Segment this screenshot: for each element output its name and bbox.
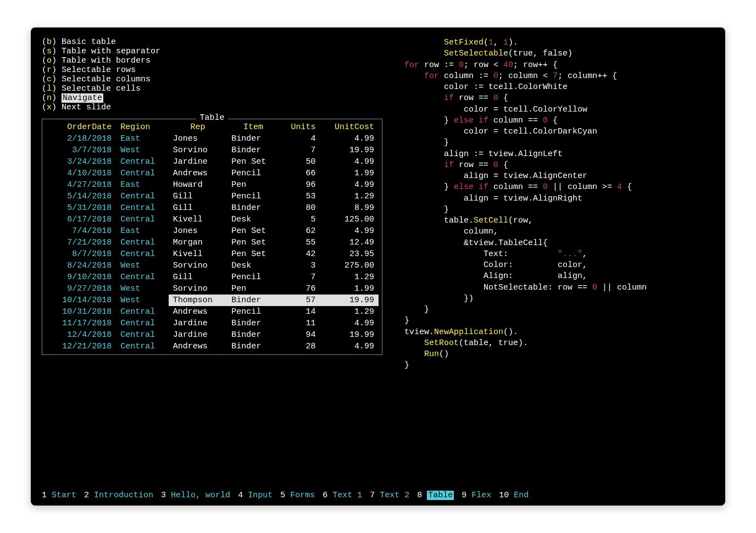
table-row[interactable]: 3/24/2018CentralJardinePen Set504.99: [46, 156, 379, 168]
table-cell[interactable]: 4.99: [320, 225, 379, 237]
menu-item-o[interactable]: (o) Table with borders: [42, 56, 382, 65]
nav-item-flex[interactable]: 9 Flex: [462, 491, 491, 500]
table-cell[interactable]: 1.99: [320, 283, 379, 295]
table-cell[interactable]: 7: [280, 271, 320, 283]
data-table[interactable]: OrderDateRegionRepItemUnitsUnitCost2/18/…: [46, 121, 379, 352]
table-cell[interactable]: 275.00: [320, 260, 379, 271]
table-cell[interactable]: Kivell: [169, 214, 227, 225]
table-cell[interactable]: 94: [280, 329, 320, 341]
table-cell[interactable]: Binder: [227, 318, 280, 329]
table-cell[interactable]: Central: [116, 271, 169, 283]
nav-item-introduction[interactable]: 2 Introduction: [84, 491, 153, 500]
table-cell[interactable]: Central: [116, 341, 169, 352]
table-cell[interactable]: Morgan: [169, 237, 227, 248]
table-cell[interactable]: 125.00: [320, 214, 379, 225]
menu-item-b[interactable]: (b) Basic table: [42, 37, 382, 47]
table-row[interactable]: 11/17/2018CentralJardineBinder114.99: [46, 318, 379, 329]
table-cell[interactable]: Thompson: [169, 295, 227, 306]
table-cell[interactable]: Pen Set: [227, 156, 280, 168]
table-cell[interactable]: 4/27/2018: [46, 179, 116, 191]
table-cell[interactable]: Central: [116, 329, 169, 341]
table-row[interactable]: 4/10/2018CentralAndrewsPencil661.99: [46, 168, 379, 179]
table-cell[interactable]: Central: [116, 191, 169, 202]
table-cell[interactable]: 1.29: [320, 271, 379, 283]
table-row[interactable]: 4/27/2018EastHowardPen964.99: [46, 179, 379, 191]
table-cell[interactable]: 19.99: [320, 145, 379, 156]
table-options-menu[interactable]: (b) Basic table(s) Table with separator(…: [42, 37, 382, 112]
table-cell[interactable]: 8/24/2018: [46, 260, 116, 271]
table-cell[interactable]: 55: [280, 237, 320, 248]
table-cell[interactable]: 6/17/2018: [46, 214, 116, 225]
table-cell[interactable]: Pencil: [227, 191, 280, 202]
table-row[interactable]: 12/4/2018CentralJardineBinder9419.99: [46, 329, 379, 341]
table-cell[interactable]: East: [116, 225, 169, 237]
table-cell[interactable]: 7/21/2018: [46, 237, 116, 248]
table-cell[interactable]: Binder: [227, 295, 280, 306]
table-cell[interactable]: 19.99: [320, 329, 379, 341]
table-cell[interactable]: 10/31/2018: [46, 306, 116, 318]
table-cell[interactable]: East: [116, 133, 169, 145]
table-cell[interactable]: Jones: [169, 225, 227, 237]
table-row[interactable]: 5/14/2018CentralGillPencil531.29: [46, 191, 379, 202]
table-cell[interactable]: Binder: [227, 341, 280, 352]
table-cell[interactable]: Jardine: [169, 329, 227, 341]
table-cell[interactable]: Desk: [227, 214, 280, 225]
table-cell[interactable]: Central: [116, 248, 169, 260]
table-cell[interactable]: Howard: [169, 179, 227, 191]
table-cell[interactable]: 3: [280, 260, 320, 271]
table-cell[interactable]: Pen: [227, 179, 280, 191]
table-cell[interactable]: Sorvino: [169, 145, 227, 156]
table-cell[interactable]: 12/4/2018: [46, 329, 116, 341]
table-cell[interactable]: Desk: [227, 260, 280, 271]
table-cell[interactable]: 12.49: [320, 237, 379, 248]
table-row[interactable]: 5/31/2018CentralGillBinder808.99: [46, 202, 379, 214]
table-cell[interactable]: 4: [280, 133, 320, 145]
table-cell[interactable]: Andrews: [169, 168, 227, 179]
menu-item-s[interactable]: (s) Table with separator: [42, 47, 382, 56]
table-cell[interactable]: 28: [280, 341, 320, 352]
table-cell[interactable]: 57: [280, 295, 320, 306]
table-cell[interactable]: 7: [280, 145, 320, 156]
table-row[interactable]: 2/18/2018EastJonesBinder44.99: [46, 133, 379, 145]
table-cell[interactable]: Gill: [169, 271, 227, 283]
table-cell[interactable]: 8.99: [320, 202, 379, 214]
table-row[interactable]: 8/7/2018CentralKivellPen Set4223.95: [46, 248, 379, 260]
slide-navigation[interactable]: 1 Start2 Introduction3 Hello, world4 Inp…: [42, 491, 714, 500]
menu-item-c[interactable]: (c) Selectable columns: [42, 75, 382, 84]
table-cell[interactable]: 50: [280, 156, 320, 168]
table-cell[interactable]: 4.99: [320, 156, 379, 168]
table-cell[interactable]: Pen: [227, 283, 280, 295]
menu-item-l[interactable]: (l) Selectable cells: [42, 84, 382, 93]
table-cell[interactable]: 7/4/2018: [46, 225, 116, 237]
table-cell[interactable]: Binder: [227, 145, 280, 156]
table-cell[interactable]: West: [116, 295, 169, 306]
table-cell[interactable]: 3/7/2018: [46, 145, 116, 156]
table-cell[interactable]: Sorvino: [169, 283, 227, 295]
table-cell[interactable]: 11/17/2018: [46, 318, 116, 329]
table-row[interactable]: 7/21/2018CentralMorganPen Set5512.49: [46, 237, 379, 248]
table-row[interactable]: 9/27/2018WestSorvinoPen761.99: [46, 283, 379, 295]
table-cell[interactable]: 2/18/2018: [46, 133, 116, 145]
table-cell[interactable]: 4.99: [320, 318, 379, 329]
table-cell[interactable]: 4.99: [320, 133, 379, 145]
table-cell[interactable]: 8/7/2018: [46, 248, 116, 260]
table-cell[interactable]: 53: [280, 191, 320, 202]
table-cell[interactable]: Binder: [227, 133, 280, 145]
table-cell[interactable]: 80: [280, 202, 320, 214]
nav-item-start[interactable]: 1 Start: [42, 491, 76, 500]
table-cell[interactable]: West: [116, 283, 169, 295]
nav-item-text-2[interactable]: 7 Text 2: [370, 491, 409, 500]
table-cell[interactable]: Pen Set: [227, 237, 280, 248]
table-cell[interactable]: 4.99: [320, 179, 379, 191]
table-cell[interactable]: 62: [280, 225, 320, 237]
table-cell[interactable]: 1.29: [320, 191, 379, 202]
table-cell[interactable]: 76: [280, 283, 320, 295]
nav-item-end[interactable]: 10 End: [499, 491, 529, 500]
table-cell[interactable]: Andrews: [169, 306, 227, 318]
table-row[interactable]: 6/17/2018CentralKivellDesk5125.00: [46, 214, 379, 225]
table-cell[interactable]: Pencil: [227, 168, 280, 179]
table-cell[interactable]: West: [116, 260, 169, 271]
table-cell[interactable]: Central: [116, 202, 169, 214]
table-cell[interactable]: 5: [280, 214, 320, 225]
table-cell[interactable]: 42: [280, 248, 320, 260]
